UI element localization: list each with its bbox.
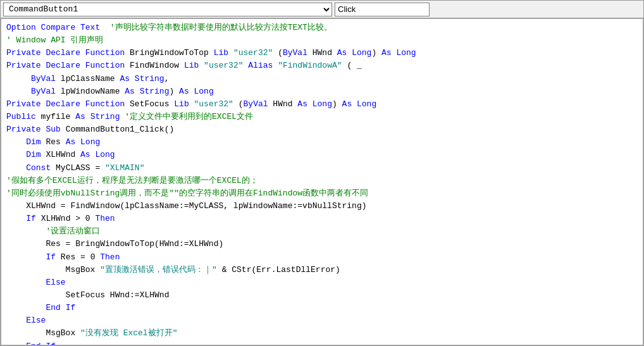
code-line-21: Else (6, 276, 638, 289)
code-line-5: ByVal lpClassName As String, (6, 73, 638, 85)
code-line-12: Const MyCLASS = "XLMAIN" (6, 162, 638, 175)
code-line-14: '同时必须使用vbNullString调用，而不是""的空字符串的调用在Find… (6, 187, 638, 200)
code-line-10: Dim Res As Long (6, 136, 638, 149)
vba-editor-window: CommandButton1 Click Option Compare Text… (0, 0, 644, 346)
code-line-3: Private Declare Function BringWindowToTo… (6, 47, 638, 59)
code-line-17: '设置活动窗口 (6, 225, 638, 238)
code-line-22: SetFocus HWnd:=XLHWnd (6, 289, 638, 302)
code-line-1: Option Compare Text '声明比较字符串数据时要使用的默认比较方… (6, 22, 638, 34)
code-line-11: Dim XLHWnd As Long (6, 149, 638, 161)
code-editor[interactable]: Option Compare Text '声明比较字符串数据时要使用的默认比较方… (1, 18, 643, 345)
code-line-20: MsgBox "置顶激活错误，错误代码：｜" & CStr(Err.LastDl… (6, 264, 638, 276)
code-line-2: ' Window API 引用声明 (6, 34, 638, 47)
code-line-16: If XLHWnd > 0 Then (6, 213, 638, 225)
object-dropdown[interactable]: CommandButton1 (3, 3, 332, 16)
code-line-26: End If (6, 340, 638, 345)
code-line-8: Public myfile As String '定义文件中要利用到的EXCEL… (6, 111, 638, 123)
code-line-9: Private Sub CommandButton1_Click() (6, 123, 638, 136)
code-line-23: End If (6, 302, 638, 314)
code-line-4: Private Declare Function FindWindow Lib … (6, 59, 638, 72)
code-line-6: ByVal lpWindowName As String) As Long (6, 85, 638, 98)
code-line-19: If Res = 0 Then (6, 251, 638, 264)
code-line-24: Else (6, 314, 638, 327)
code-line-15: XLHWnd = FindWindow(lpClassName:=MyCLASS… (6, 200, 638, 213)
event-label: Click (335, 3, 430, 16)
toolbar: CommandButton1 Click (1, 1, 643, 18)
code-line-13: '假如有多个EXCEL运行，程序是无法判断是要激活哪一个EXCEL的； (6, 175, 638, 187)
code-line-18: Res = BringWindowToTop(HWnd:=XLHWnd) (6, 238, 638, 250)
code-line-25: MsgBox "没有发现 Excel被打开" (6, 327, 638, 340)
code-line-7: Private Declare Function SetFocus Lib "u… (6, 98, 638, 111)
